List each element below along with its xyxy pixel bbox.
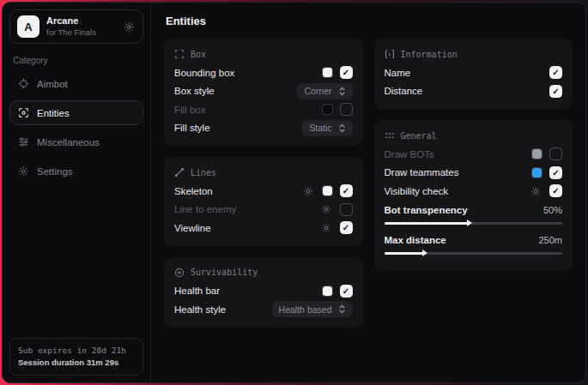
sidebar-item-aimbot[interactable]: Aimbot (9, 71, 143, 96)
chevron-up-down-icon (338, 123, 346, 133)
color-swatch[interactable] (531, 148, 543, 159)
box-corners-icon (174, 49, 185, 59)
setting-row-draw-bots: Draw BOTs (385, 145, 563, 164)
panel-title: Box (191, 50, 206, 59)
checkbox[interactable] (340, 103, 353, 116)
setting-row-draw-teammates: Draw teammates (385, 164, 563, 183)
gear-icon[interactable] (319, 221, 333, 235)
setting-label: Draw BOTs (385, 149, 532, 159)
slider-fill (385, 222, 469, 225)
brand-name: Arcane (46, 15, 115, 27)
max-distance-slider[interactable] (385, 252, 563, 255)
page-title: Entities (166, 15, 573, 27)
slider-row-max-distance: Max distance 250m (385, 232, 563, 248)
sliders-icon (18, 136, 29, 147)
setting-row-viewline: Viewline (174, 219, 353, 238)
line-icon (174, 167, 185, 177)
box-style-dropdown[interactable]: Corner (297, 83, 352, 99)
setting-label: Health style (174, 304, 272, 315)
app-window: A Arcane for The Finals Category (2, 2, 586, 383)
setting-row-line-to-enemy: Line to enemy (174, 201, 353, 220)
sidebar-item-settings[interactable]: Settings (9, 159, 143, 183)
setting-row-health-bar: Health bar (174, 282, 353, 301)
dropdown-value: Corner (304, 86, 331, 96)
checkbox[interactable] (340, 184, 353, 197)
panel-title: Survivability (191, 268, 258, 277)
color-swatch[interactable] (322, 104, 333, 115)
category-label: Category (13, 56, 140, 65)
panel-information: Information Name Distance (374, 39, 573, 109)
checkbox[interactable] (549, 147, 562, 160)
checkbox[interactable] (340, 66, 353, 79)
setting-label: Line to enemy (174, 204, 319, 214)
slider-label: Bot transpenency (385, 205, 543, 215)
gear-icon[interactable] (122, 20, 136, 33)
setting-row-skeleton: Skeleton (174, 182, 353, 201)
setting-row-name: Name (385, 63, 563, 82)
sidebar: A Arcane for The Finals Category (3, 3, 151, 382)
checkbox[interactable] (549, 166, 562, 179)
main-content: Entities Box (151, 3, 585, 382)
grid-dots-icon (385, 130, 395, 141)
slider-value: 50% (543, 205, 562, 215)
setting-label: Health bar (174, 286, 322, 296)
sidebar-item-label: Aimbot (37, 79, 68, 89)
color-swatch[interactable] (531, 167, 543, 178)
panel-title: Information (401, 50, 458, 59)
panel-box: Box Bounding box Box style (164, 39, 363, 146)
gear-icon[interactable] (301, 184, 315, 198)
sidebar-item-miscellaneous[interactable]: Miscellaneous (9, 129, 143, 154)
brand-logo: A (17, 15, 39, 38)
chevron-up-down-icon (338, 87, 346, 96)
setting-label: Viewline (174, 223, 319, 233)
app-backdrop: A Arcane for The Finals Category (0, 0, 588, 385)
color-swatch[interactable] (322, 185, 333, 196)
gear-icon[interactable] (529, 184, 543, 198)
setting-label: Skeleton (174, 186, 301, 196)
checkbox[interactable] (549, 184, 562, 197)
sidebar-item-label: Settings (37, 166, 73, 177)
setting-label: Fill box (174, 105, 322, 115)
setting-label: Distance (385, 86, 550, 96)
setting-row-box-style: Box style Corner (174, 82, 353, 101)
checkbox[interactable] (340, 285, 353, 298)
bot-transparency-slider[interactable] (385, 222, 563, 225)
brand-card: A Arcane for The Finals (9, 9, 143, 44)
sub-expiry-text: Sub expires in 28d 21h (18, 345, 135, 357)
gear-icon (18, 165, 29, 177)
panel-lines: Lines Skeleton (164, 157, 363, 246)
setting-label: Name (385, 68, 550, 78)
fill-style-dropdown[interactable]: Static (302, 120, 352, 136)
setting-label: Bounding box (174, 68, 322, 78)
checkbox[interactable] (340, 221, 353, 234)
panel-general: General Draw BOTs Draw teammates (374, 120, 573, 271)
checkbox[interactable] (549, 66, 562, 79)
slider-fill (385, 252, 424, 255)
entities-icon (18, 107, 29, 118)
sidebar-item-entities[interactable]: Entities (9, 100, 143, 125)
health-cross-icon (174, 268, 185, 278)
setting-row-fill-box: Fill box (174, 100, 353, 119)
chevron-up-down-icon (338, 304, 346, 314)
sidebar-item-label: Entities (37, 108, 70, 118)
color-swatch[interactable] (322, 286, 333, 297)
dropdown-value: Static (309, 123, 331, 133)
setting-label: Fill style (174, 123, 302, 133)
checkbox[interactable] (549, 85, 562, 98)
setting-label: Visibility check (385, 186, 530, 196)
checkbox[interactable] (340, 203, 353, 216)
setting-label: Draw teammates (385, 167, 532, 177)
setting-label: Box style (174, 86, 297, 96)
slider-label: Max distance (385, 235, 539, 245)
setting-row-fill-style: Fill style Static (174, 119, 353, 138)
sidebar-item-label: Miscellaneous (37, 137, 100, 147)
setting-row-visibility-check: Visibility check (385, 182, 563, 201)
color-swatch[interactable] (322, 67, 333, 78)
brand-subtitle: for The Finals (46, 27, 115, 38)
info-brackets-icon (385, 49, 395, 59)
setting-row-distance: Distance (385, 82, 563, 101)
setting-row-bounding-box: Bounding box (174, 63, 353, 82)
gear-icon[interactable] (319, 202, 333, 216)
health-style-dropdown[interactable]: Health based (272, 301, 353, 317)
panel-survivability: Survivability Health bar Health style (164, 257, 363, 328)
